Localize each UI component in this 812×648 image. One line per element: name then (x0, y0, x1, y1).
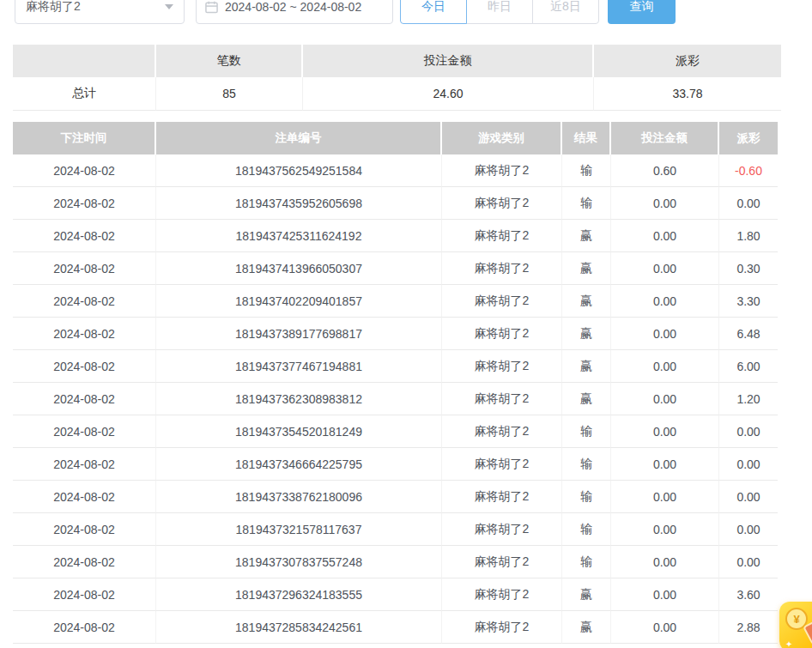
table-row: 2024-08-021819437296324183555麻将胡了2赢0.003… (13, 578, 778, 611)
cell-bet: 0.00 (611, 611, 719, 644)
cell-time: 2024-08-02 (13, 546, 156, 578)
cell-game: 麻将胡了2 (442, 415, 562, 448)
cell-time: 2024-08-02 (13, 285, 156, 318)
cell-order-no: 1819437307837557248 (156, 546, 442, 578)
cell-time: 2024-08-02 (13, 220, 156, 252)
cell-result: 赢 (562, 578, 611, 611)
cell-bet: 0.00 (611, 513, 719, 546)
filter-last8days-button[interactable]: 近8日 (532, 0, 599, 24)
filter-today-button[interactable]: 今日 (400, 0, 467, 24)
table-row: 2024-08-021819437354520181249麻将胡了2输0.000… (13, 415, 778, 448)
table-row: 2024-08-021819437425311624192麻将胡了2赢0.001… (13, 220, 778, 252)
table-row: 2024-08-021819437321578117637麻将胡了2输0.000… (13, 513, 778, 546)
summary-total-payout: 33.78 (594, 77, 781, 111)
cell-game: 麻将胡了2 (442, 611, 562, 644)
cell-payout: 1.80 (719, 220, 778, 252)
cell-order-no: 1819437562549251584 (156, 154, 442, 187)
cell-bet: 0.00 (611, 448, 719, 481)
records-header-bet-time: 下注时间 (13, 122, 156, 154)
table-row: 2024-08-021819437285834242561麻将胡了2赢0.002… (13, 611, 778, 644)
query-button[interactable]: 查询 (608, 0, 676, 24)
cell-game: 麻将胡了2 (442, 350, 562, 383)
cell-game: 麻将胡了2 (442, 448, 562, 481)
quick-filter-group: 今日 昨日 近8日 (400, 0, 599, 24)
cell-bet: 0.00 (611, 318, 719, 350)
cell-time: 2024-08-02 (13, 448, 156, 481)
cell-payout: 1.20 (719, 383, 778, 415)
cell-payout: 0.00 (719, 415, 778, 448)
cell-payout: 0.00 (719, 187, 778, 220)
chevron-down-icon (165, 4, 173, 9)
cell-order-no: 1819437425311624192 (156, 220, 442, 252)
summary-total-count: 85 (156, 77, 303, 111)
cell-time: 2024-08-02 (13, 154, 156, 187)
records-header-order-no: 注单编号 (156, 122, 442, 154)
cell-bet: 0.00 (611, 481, 719, 513)
cell-time: 2024-08-02 (13, 481, 156, 513)
cell-order-no: 1819437402209401857 (156, 285, 442, 318)
calendar-icon (205, 1, 218, 14)
table-row: 2024-08-021819437362308983812麻将胡了2赢0.001… (13, 383, 778, 415)
cell-bet: 0.00 (611, 220, 719, 252)
cell-payout: 0.30 (719, 252, 778, 285)
game-select[interactable]: 麻将胡了2 (15, 0, 185, 24)
cell-bet: 0.00 (611, 383, 719, 415)
cell-result: 输 (562, 187, 611, 220)
cell-order-no: 1819437377467194881 (156, 350, 442, 383)
cell-order-no: 1819437321578117637 (156, 513, 442, 546)
date-range-input[interactable]: 2024-08-02 ~ 2024-08-02 (196, 0, 393, 24)
cell-time: 2024-08-02 (13, 513, 156, 546)
summary-header-row: 笔数 投注金额 派彩 (13, 45, 781, 77)
cell-order-no: 1819437389177698817 (156, 318, 442, 350)
cell-order-no: 1819437346664225795 (156, 448, 442, 481)
summary-table: 笔数 投注金额 派彩 总计 85 24.60 33.78 (13, 45, 781, 111)
toolbar: 麻将胡了2 2024-08-02 ~ 2024-08-02 今日 昨日 近8日 … (15, 0, 676, 24)
cell-payout: 6.48 (719, 318, 778, 350)
cell-time: 2024-08-02 (13, 578, 156, 611)
filter-yesterday-button[interactable]: 昨日 (466, 0, 533, 24)
cell-time: 2024-08-02 (13, 252, 156, 285)
cell-time: 2024-08-02 (13, 350, 156, 383)
cell-time: 2024-08-02 (13, 415, 156, 448)
cell-payout: 3.30 (719, 285, 778, 318)
table-row: 2024-08-021819437389177698817麻将胡了2赢0.006… (13, 318, 778, 350)
cell-game: 麻将胡了2 (442, 187, 562, 220)
table-row: 2024-08-021819437338762180096麻将胡了2输0.000… (13, 481, 778, 513)
cell-order-no: 1819437413966050307 (156, 252, 442, 285)
table-row: 2024-08-021819437402209401857麻将胡了2赢0.003… (13, 285, 778, 318)
summary-header-count: 笔数 (156, 45, 303, 77)
cell-payout: 0.00 (719, 448, 778, 481)
cell-result: 赢 (562, 383, 611, 415)
cell-result: 输 (562, 546, 611, 578)
table-row: 2024-08-021819437562549251584麻将胡了2输0.60-… (13, 154, 778, 187)
cell-game: 麻将胡了2 (442, 513, 562, 546)
cell-game: 麻将胡了2 (442, 154, 562, 187)
game-select-value: 麻将胡了2 (26, 0, 81, 15)
cell-bet: 0.60 (611, 154, 719, 187)
cell-bet: 0.00 (611, 546, 719, 578)
cell-game: 麻将胡了2 (442, 578, 562, 611)
table-row: 2024-08-021819437413966050307麻将胡了2赢0.000… (13, 252, 778, 285)
cell-order-no: 1819437338762180096 (156, 481, 442, 513)
cell-game: 麻将胡了2 (442, 481, 562, 513)
cell-result: 输 (562, 513, 611, 546)
summary-header-empty (13, 45, 156, 77)
cell-payout: 0.00 (719, 481, 778, 513)
cell-payout: 0.00 (719, 546, 778, 578)
cell-result: 赢 (562, 252, 611, 285)
rewards-float-button[interactable]: ¥ ✦ (779, 602, 812, 648)
table-row: 2024-08-021819437346664225795麻将胡了2输0.000… (13, 448, 778, 481)
cell-result: 输 (562, 448, 611, 481)
cell-order-no: 1819437435952605698 (156, 187, 442, 220)
table-row: 2024-08-021819437435952605698麻将胡了2输0.000… (13, 187, 778, 220)
cell-order-no: 1819437354520181249 (156, 415, 442, 448)
cell-bet: 0.00 (611, 252, 719, 285)
cell-order-no: 1819437362308983812 (156, 383, 442, 415)
cell-game: 麻将胡了2 (442, 318, 562, 350)
cell-payout: 0.00 (719, 513, 778, 546)
cell-payout: -0.60 (719, 154, 778, 187)
summary-header-bet-amount: 投注金额 (303, 45, 594, 77)
cell-result: 赢 (562, 350, 611, 383)
cell-payout: 2.88 (719, 611, 778, 644)
records-header-bet-amount: 投注金额 (611, 122, 719, 154)
